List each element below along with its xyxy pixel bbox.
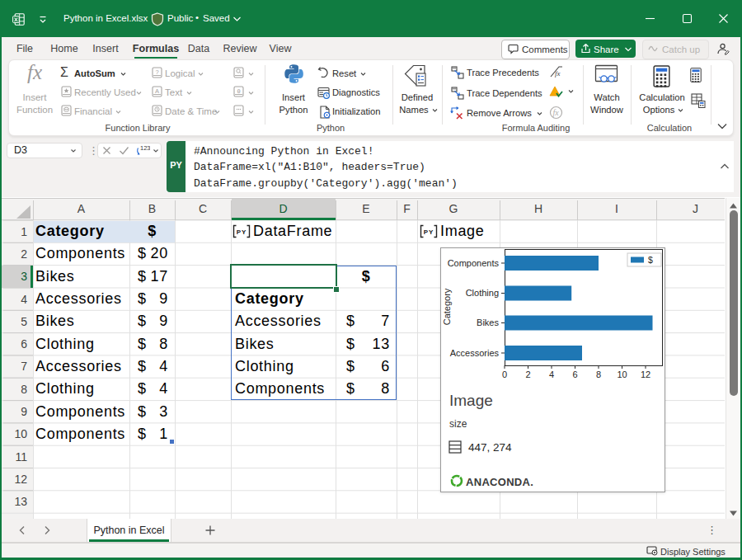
svg-text:Category: Category (442, 288, 452, 325)
svg-text:4: 4 (549, 369, 554, 379)
svg-text:0: 0 (502, 369, 507, 379)
svg-text:Accessories: Accessories (450, 348, 500, 358)
svg-text:Bikes: Bikes (477, 318, 499, 327)
svg-text:2: 2 (525, 369, 530, 379)
svg-text:Components: Components (448, 258, 500, 268)
svg-text:PY: PY (237, 228, 247, 236)
svg-text:$: $ (648, 255, 653, 265)
svg-text:PY: PY (424, 228, 434, 236)
svg-text:10: 10 (617, 369, 627, 379)
svg-text:12: 12 (641, 369, 650, 379)
svg-text:8: 8 (596, 369, 601, 379)
svg-text:Clothing: Clothing (466, 288, 499, 298)
svg-text:6: 6 (572, 369, 577, 379)
